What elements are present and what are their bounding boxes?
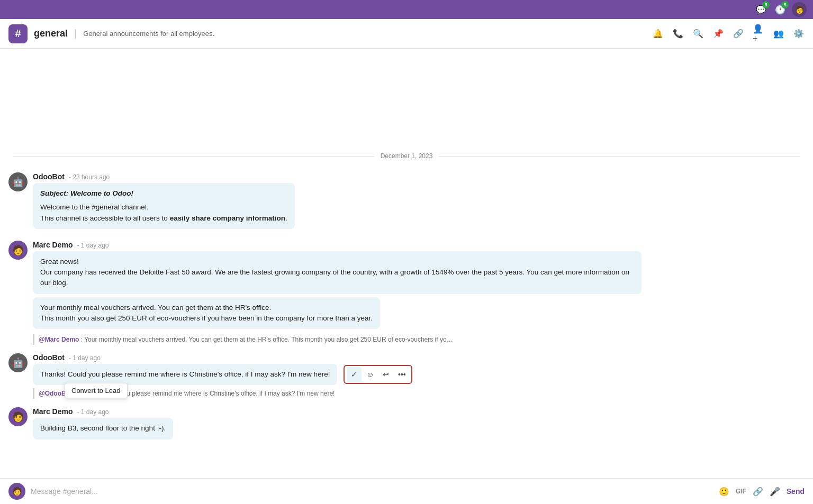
message-header-marc-2: Marc Demo - 1 day ago bbox=[33, 407, 805, 416]
quote-text-marc: : Your monthly meal vouchers arrived. Yo… bbox=[81, 336, 456, 343]
pin-icon[interactable]: 📌 bbox=[712, 28, 724, 40]
bubble-line-1: Welcome to the #general channel. bbox=[40, 202, 287, 213]
chat-badge: 5 bbox=[762, 1, 770, 8]
top-bar: 💬 5 🕐 5 🧑 bbox=[0, 0, 813, 19]
empty-space bbox=[0, 49, 813, 144]
message-content-marc-1: Marc Demo - 1 day ago Great news!Our com… bbox=[33, 241, 805, 345]
header-actions: 🔔 📞 🔍 📌 🔗 👤+ 👥 ⚙️ bbox=[652, 28, 805, 40]
bell-icon[interactable]: 🔔 bbox=[652, 28, 664, 40]
quote-mention-marc: @Marc Demo bbox=[39, 336, 79, 343]
message-header-odoobot-1: OdooBot - 23 hours ago bbox=[33, 172, 805, 181]
channel-divider: | bbox=[74, 28, 77, 40]
settings-icon[interactable]: ⚙️ bbox=[793, 28, 805, 40]
send-button[interactable]: Send bbox=[787, 487, 805, 496]
avatar-marc-2: 🧑 bbox=[8, 407, 28, 426]
chat-area: December 1, 2023 🤖 OdooBot - 23 hours ag… bbox=[0, 49, 813, 478]
message-header-odoobot-2: OdooBot - 1 day ago bbox=[33, 353, 805, 362]
message-content-odoobot-2: OdooBot - 1 day ago Thanks! Could you pl… bbox=[33, 353, 805, 399]
avatar-odoobot-2: 🤖 bbox=[8, 353, 28, 372]
convert-to-lead-dropdown[interactable]: Convert to Lead bbox=[65, 383, 128, 398]
author-marc-1: Marc Demo bbox=[33, 241, 73, 249]
date-separator-text: December 1, 2023 bbox=[381, 152, 433, 160]
avatar-odoobot-1: 🤖 bbox=[8, 172, 28, 191]
chat-icon[interactable]: 💬 5 bbox=[754, 2, 769, 17]
bubble-marc-2: Your monthly meal vouchers arrived. You … bbox=[33, 297, 380, 329]
microphone-icon[interactable]: 🎤 bbox=[770, 487, 780, 497]
message-group-marc-1: 🧑 Marc Demo - 1 day ago Great news!Our c… bbox=[0, 236, 813, 349]
message-group-odoobot-2: 🤖 OdooBot - 1 day ago Thanks! Could you … bbox=[0, 349, 813, 403]
mark-done-button[interactable]: ✓ bbox=[347, 367, 362, 382]
bubble-odoobot-2: Thanks! Could you please remind me where… bbox=[33, 364, 337, 385]
separator-line-right bbox=[439, 156, 800, 157]
phone-icon[interactable]: 📞 bbox=[672, 28, 684, 40]
emoji-reaction-button[interactable]: ☺ bbox=[363, 367, 377, 382]
marc-msg-3: Building B3, second floor to the right :… bbox=[40, 423, 166, 434]
clock-icon[interactable]: 🕐 5 bbox=[773, 2, 788, 17]
marc-msg-2: Your monthly meal vouchers arrived. You … bbox=[40, 303, 373, 324]
attachment-icon[interactable]: 🔗 bbox=[753, 487, 763, 497]
message-header-marc-1: Marc Demo - 1 day ago bbox=[33, 241, 805, 249]
message-group-marc-2: 🧑 Marc Demo - 1 day ago Building B3, sec… bbox=[0, 403, 813, 446]
channel-description: General announcements for all employees. bbox=[83, 30, 214, 38]
search-icon[interactable]: 🔍 bbox=[692, 28, 704, 40]
quote-marc-1: @Marc Demo : Your monthly meal vouchers … bbox=[33, 334, 456, 345]
emoji-icon[interactable]: 🙂 bbox=[719, 487, 729, 497]
date-separator: December 1, 2023 bbox=[13, 152, 800, 160]
bubble-marc-1: Great news!Our company has received the … bbox=[33, 251, 642, 294]
marc-msg-1: Great news!Our company has received the … bbox=[40, 256, 634, 289]
message-actions-row: Thanks! Could you please remind me where… bbox=[33, 364, 805, 385]
message-group-odoobot-1: 🤖 OdooBot - 23 hours ago Subject: Welcom… bbox=[0, 168, 813, 236]
time-odoobot-2: - 1 day ago bbox=[69, 354, 101, 362]
input-actions: 🙂 GIF 🔗 🎤 Send bbox=[719, 487, 805, 497]
convert-to-lead-label: Convert to Lead bbox=[71, 387, 121, 395]
message-input[interactable] bbox=[31, 487, 713, 496]
user-avatar-top[interactable]: 🧑 bbox=[792, 2, 807, 17]
time-marc-2: - 1 day ago bbox=[77, 408, 109, 416]
more-actions-button[interactable]: ••• bbox=[394, 367, 409, 382]
separator-line-left bbox=[13, 156, 374, 157]
message-content-marc-2: Marc Demo - 1 day ago Building B3, secon… bbox=[33, 407, 805, 442]
link-icon[interactable]: 🔗 bbox=[733, 28, 744, 40]
gif-icon[interactable]: GIF bbox=[736, 488, 746, 495]
time-odoobot-1: - 23 hours ago bbox=[69, 173, 110, 181]
bubble-subject: Subject: Welcome to Odoo! bbox=[40, 188, 287, 199]
members-icon[interactable]: 👥 bbox=[773, 28, 784, 40]
message-content-odoobot-1: OdooBot - 23 hours ago Subject: Welcome … bbox=[33, 172, 805, 232]
channel-logo: # bbox=[8, 24, 28, 43]
message-input-area: 🧑 🙂 GIF 🔗 🎤 Send bbox=[0, 478, 813, 504]
bubble-odoobot-1: Subject: Welcome to Odoo! Welcome to the… bbox=[33, 183, 295, 229]
author-marc-2: Marc Demo bbox=[33, 407, 73, 416]
channel-name: general bbox=[34, 28, 68, 39]
avatar-marc-1: 🧑 bbox=[8, 241, 28, 260]
bubble-marc-3: Building B3, second floor to the right :… bbox=[33, 418, 173, 439]
reply-button[interactable]: ↩ bbox=[378, 367, 393, 382]
bubble-line-2: This channel is accessible to all users … bbox=[40, 213, 287, 224]
author-odoobot-1: OdooBot bbox=[33, 172, 65, 181]
time-marc-1: - 1 day ago bbox=[77, 242, 109, 249]
add-user-icon[interactable]: 👤+ bbox=[753, 28, 764, 40]
message-action-toolbar: ✓ ☺ ↩ ••• bbox=[344, 365, 412, 384]
input-avatar: 🧑 bbox=[8, 483, 25, 500]
odoobot-msg-2: Thanks! Could you please remind me where… bbox=[40, 369, 330, 380]
clock-badge: 5 bbox=[781, 1, 789, 8]
author-odoobot-2: OdooBot bbox=[33, 353, 65, 362]
channel-header: # general | General announcements for al… bbox=[0, 19, 813, 49]
